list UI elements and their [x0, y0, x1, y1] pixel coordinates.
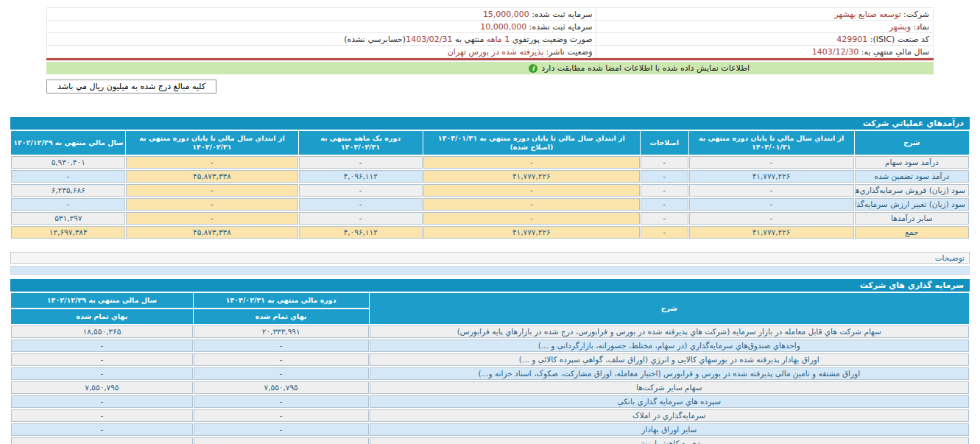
value-cell: - [423, 156, 640, 169]
info-value: 10,000,000 [480, 22, 526, 32]
value-cell: ۶,۲۳۵,۶۸۶ [11, 184, 125, 197]
value-cell: - [194, 409, 369, 422]
row-label: ساير اوراق بهادار [370, 423, 969, 436]
column-subheader-cost-year: بهاي تمام شده [11, 309, 193, 324]
value-cell: - [126, 212, 297, 225]
table-row: درآمد سود تضمين شده۴۱,۷۷۷,۲۲۶-۴۱,۷۷۷,۲۲۶… [11, 170, 969, 183]
row-label: سهام شرکت هاي قابل معامله در بازار سرماي… [370, 325, 969, 338]
column-header: از ابتداي سال مالي تا پايان دوره منتهي ب… [126, 131, 297, 155]
notes-empty-row [10, 266, 970, 275]
info-icon: i [529, 64, 537, 73]
value-cell: ۵۳۱,۲۹۷ [11, 212, 125, 225]
company-info-row: نماد: وبشهرسرمايه ثبت نشده: 10,000,000 [47, 21, 934, 33]
table-row: سهام شرکت هاي قابل معامله در بازار سرماي… [11, 325, 969, 338]
value-cell: - [194, 423, 369, 436]
table-row: اوراق بهادار پذيرفته شده در بورسهاي کالا… [11, 353, 969, 366]
value-cell: - [194, 395, 369, 408]
company-info-row: سال مالي منتهي به: 1403/12/30وضعيت ناشر:… [47, 46, 934, 58]
value-cell: - [299, 184, 423, 197]
table-row: سپرده هاي سرمايه گذاري بانکي-- [11, 395, 969, 408]
row-label: اوراق مشتقه و تامين مالي پذيرفته شده در … [370, 367, 969, 380]
total-value-cell: - [641, 226, 688, 239]
total-value-cell: ۴۵,۸۷۳,۳۳۸ [126, 226, 297, 239]
value-cell: - [11, 198, 125, 211]
company-info-body: شرکت: توسعه صنايع بهشهرسرمايه ثبت شده: 1… [47, 8, 934, 58]
info-value: 1 ماهه [487, 35, 510, 44]
column-subheader-cost-period: بهاي تمام شده [194, 309, 369, 324]
company-info-cell: سال مالي منتهي به: 1403/12/30 [596, 46, 934, 58]
company-info-row: کد صنعت (ISIC): 429901صورت وضعيت پورتفوي… [47, 33, 934, 46]
table-row: سرمايه‌گذاري در املاک-- [11, 409, 969, 422]
value-cell: - [11, 423, 193, 436]
value-cell: - [423, 184, 640, 197]
value-cell: - [689, 156, 854, 169]
info-label: سال مالي منتهي به: [859, 47, 929, 57]
info-value: 15,000,000 [483, 10, 529, 19]
company-info-row: شرکت: توسعه صنايع بهشهرسرمايه ثبت شده: 1… [47, 8, 934, 21]
company-info-cell: شرکت: توسعه صنايع بهشهر [596, 8, 934, 21]
table-row: ذخيره کاهش ارزش-- [11, 437, 969, 444]
value-cell: ۵,۹۳۰,۴۰۱ [11, 156, 125, 169]
table-row: درآمد سود سهام-----۵,۹۳۰,۴۰۱ [11, 156, 969, 169]
company-info-section: شرکت: توسعه صنايع بهشهرسرمايه ثبت شده: 1… [46, 7, 934, 58]
table-row: اوراق مشتقه و تامين مالي پذيرفته شده در … [11, 367, 969, 380]
info-value: توسعه صنايع بهشهر [834, 10, 900, 19]
value-cell: - [689, 198, 854, 211]
company-info-cell: صورت وضعيت پورتفوي 1 ماهه منتهي به 1403/… [47, 33, 596, 46]
investments-table-body: سهام شرکت هاي قابل معامله در بازار سرماي… [11, 325, 969, 444]
value-cell: - [11, 395, 193, 408]
revenue-table-section: درآمدهاي عملياتي شرکت شرحاز ابتداي سال م… [10, 117, 970, 240]
value-cell: - [641, 184, 688, 197]
table-row: سود (زيان) فروش سرمايه‌گذاري‌ها-----۶,۲۳… [11, 184, 969, 197]
value-cell: - [11, 437, 193, 444]
company-info-cell: سرمايه ثبت شده: 15,000,000 [47, 8, 596, 21]
signature-banner-text: اطلاعات نمايش داده شده با اطلاعات امضا ش… [541, 63, 750, 73]
value-cell: - [11, 367, 193, 380]
row-label: ذخيره کاهش ارزش [370, 437, 969, 444]
info-value: پذيرفته شده در بورس تهران [448, 47, 543, 57]
info-value: 1403/02/31 [406, 35, 452, 44]
value-cell: - [11, 409, 193, 422]
value-cell: - [641, 156, 688, 169]
info-label: وضعيت ناشر: [543, 47, 592, 57]
table-row: ساير اوراق بهادار-- [11, 423, 969, 436]
value-cell: - [299, 212, 423, 225]
units-note-row: کليه مبالغ درج شده به ميليون ريال مي باش… [46, 78, 934, 94]
company-info-cell: سرمايه ثبت نشده: 10,000,000 [47, 21, 596, 33]
value-cell: - [126, 156, 297, 169]
info-label: کد صنعت (ISIC): [867, 35, 929, 44]
column-header: شرح [855, 131, 969, 155]
value-cell: - [423, 198, 640, 211]
row-label: سرمايه‌گذاري در املاک [370, 409, 969, 422]
column-header: اصلاحات [641, 131, 688, 155]
row-label: واحدهاي صندوق‌هاي سرمايه‌گذاري (در سهام،… [370, 339, 969, 352]
red-divider [46, 58, 934, 60]
notes-bar: توضيحات [10, 252, 970, 264]
info-label: نماد: [911, 22, 929, 32]
table-row: سود (زيان) تغيير ارزش سرمايه‌گذاري‌ها---… [11, 198, 969, 211]
value-cell: - [11, 339, 193, 352]
row-label: سود (زيان) تغيير ارزش سرمايه‌گذاري‌ها [855, 198, 969, 211]
info-value: 429901 [836, 35, 867, 44]
table-row: ساير درآمدها-----۵۳۱,۲۹۷ [11, 212, 969, 225]
value-cell: - [641, 198, 688, 211]
company-info-cell: کد صنعت (ISIC): 429901 [596, 33, 934, 46]
value-cell: - [641, 170, 688, 183]
value-cell: - [641, 212, 688, 225]
info-label: صورت وضعيت پورتفوي [510, 35, 592, 44]
value-cell: ۴۵,۸۷۳,۳۳۸ [126, 170, 297, 183]
column-header-sharh: شرح [370, 293, 969, 324]
column-header: از ابتداي سال مالي تا پايان دوره منتهي ب… [689, 131, 854, 155]
value-cell: - [689, 184, 854, 197]
value-cell: - [423, 212, 640, 225]
value-cell: - [194, 367, 369, 380]
value-cell: - [689, 212, 854, 225]
total-value-cell: ۴۱,۷۷۷,۲۲۶ [423, 226, 640, 239]
row-label: سهام ساير شرکت‌ها [370, 381, 969, 394]
value-cell: - [194, 339, 369, 352]
units-note-button[interactable]: کليه مبالغ درج شده به ميليون ريال مي باش… [46, 80, 216, 94]
row-label: درآمد سود سهام [855, 156, 969, 169]
signature-banner: اطلاعات نمايش داده شده با اطلاعات امضا ش… [46, 62, 934, 74]
info-value: وبشهر [889, 22, 911, 32]
total-row: جمع۴۱,۷۷۷,۲۲۶-۴۱,۷۷۷,۲۲۶۴,۰۹۶,۱۱۲۴۵,۸۷۳,… [11, 226, 969, 239]
